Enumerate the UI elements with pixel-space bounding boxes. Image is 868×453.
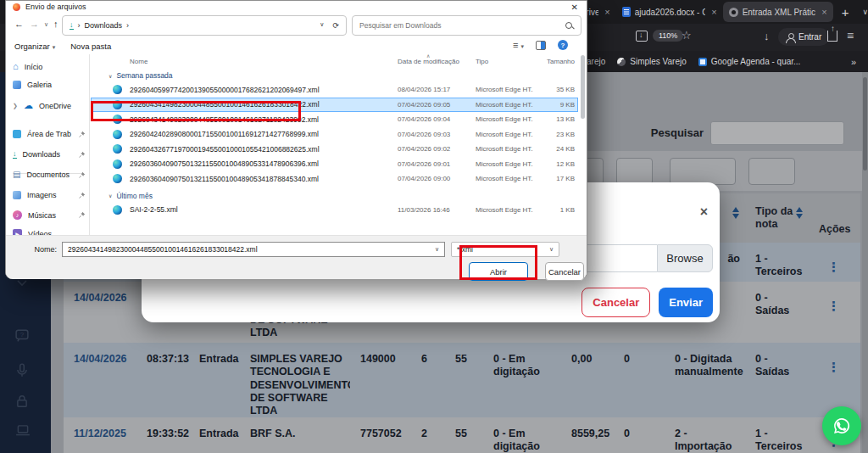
save-page-icon[interactable] [636, 31, 648, 42]
edge-file-icon [113, 144, 122, 154]
tab-close-icon[interactable]: × [711, 7, 716, 17]
column-nome[interactable]: Nome [130, 58, 398, 65]
view-mode-button[interactable]: ≡▾ [513, 40, 524, 50]
google-docs-icon [622, 7, 631, 17]
annotation-selected-file [91, 101, 301, 121]
back-icon[interactable]: ← [14, 19, 24, 29]
file-group-header[interactable]: ∨ Último mês [91, 189, 578, 203]
sidebar-item-area-de-trabalho[interactable]: Área de Trab [13, 130, 86, 138]
sort-ascending-icon: ∧ [426, 54, 430, 59]
bookmark-item-google-agenda[interactable]: Google Agenda - quar... [698, 57, 801, 66]
screen: e Drive × ajuda2026.docx - Goo × Entrada… [0, 0, 868, 453]
forward-icon[interactable]: → [30, 19, 39, 29]
dialog-nav-bar: ← → ∨ ↑ ↓ › Downloads › ∨ ⟳ [6, 14, 587, 37]
tab-entrada-xml[interactable]: Entrada XML Prático N × [723, 2, 833, 22]
sidebar-item-inicio[interactable]: ⌂ Início [13, 62, 86, 71]
share-icon[interactable] [827, 31, 837, 42]
new-tab-button[interactable]: + [842, 5, 849, 20]
tab-label: Entrada XML Prático N [743, 8, 816, 17]
sidebar-item-musicas[interactable]: ♪ Músicas [13, 210, 86, 220]
file-row[interactable]: 2926042402890800017155001001169127142776… [91, 127, 578, 143]
zoom-level-badge[interactable]: 110% [653, 30, 683, 42]
dialog-scrollbar-thumb[interactable] [581, 55, 585, 119]
gallery-icon [13, 81, 21, 89]
file-open-dialog: Envio de arquivos ✕ ← → ∨ ↑ ↓ › Download… [5, 0, 587, 279]
signin-label: Entrar [798, 32, 821, 42]
cancel-button[interactable]: Cancelar [581, 288, 650, 317]
calendar-icon [698, 58, 707, 66]
bookmark-label: arejo [587, 57, 605, 66]
file-row[interactable]: 2926036040907501321155001004890533147890… [91, 157, 578, 172]
file-row[interactable]: 2926043267719700019455001000105542100688… [91, 142, 578, 157]
edge-file-icon [113, 174, 122, 183]
search-icon [565, 21, 574, 31]
sidebar-item-imagens[interactable]: Imagens [13, 191, 86, 199]
onedrive-cloud-icon: ☁ [24, 101, 33, 110]
pin-icon [78, 211, 86, 219]
downloads-folder-icon: ↓ [70, 21, 74, 30]
expand-chevron-icon[interactable]: ❯ [13, 103, 18, 109]
filename-value: 2926043414982300044855001001461626183301… [68, 245, 258, 254]
dialog-close-icon[interactable]: ✕ [571, 3, 578, 12]
refresh-icon[interactable]: ⟳ [332, 21, 339, 30]
address-chevron-icon[interactable]: ∨ [320, 21, 324, 30]
chevron-down-icon: ∨ [435, 246, 439, 253]
help-icon[interactable]: ? [558, 40, 568, 50]
downloads-icon[interactable]: ↓ [764, 30, 770, 42]
pin-icon [78, 171, 86, 179]
dialog-search-box[interactable] [352, 15, 581, 36]
desktop-icon [13, 130, 21, 138]
preview-pane-icon[interactable] [536, 41, 546, 50]
menu-icon[interactable]: ≡ [847, 29, 854, 42]
tab-close-icon[interactable]: × [604, 7, 609, 17]
edge-file-icon [113, 205, 122, 215]
tab-list-chevron-icon[interactable]: ∨ [862, 8, 868, 16]
breadcrumb-segment[interactable]: Downloads [85, 21, 123, 30]
pin-icon [78, 151, 86, 159]
file-list-header: Nome ∧Data de modificação Tipo Tamanho [91, 54, 578, 69]
dialog-cancel-button[interactable]: Cancelar [545, 262, 584, 281]
tab-label: ajuda2026.docx - Goo [635, 8, 706, 17]
new-folder-button[interactable]: Nova pasta [70, 42, 111, 51]
file-row[interactable]: 2926040599774200139055000001768262120206… [91, 82, 578, 98]
bookmarks-overflow-icon[interactable]: » [851, 57, 856, 67]
music-icon: ♪ [13, 210, 22, 220]
breadcrumb[interactable]: ↓ › Downloads › ∨ ⟳ [62, 15, 347, 36]
column-tamanho[interactable]: Tamanho [533, 58, 578, 65]
close-icon[interactable]: × [700, 204, 708, 220]
file-row[interactable]: SAI-2-2-55.xml 11/03/2026 16:46 Microsof… [91, 203, 578, 218]
browse-button[interactable]: Browse [657, 244, 713, 272]
submit-button[interactable]: Enviar [659, 288, 713, 317]
sidebar-item-galeria[interactable]: Galeria [13, 81, 86, 89]
tab-docs[interactable]: ajuda2026.docx - Goo × [616, 2, 723, 22]
whatsapp-fab[interactable] [822, 406, 861, 445]
modal-buttons: Cancelar Enviar [581, 288, 713, 317]
column-data-modificacao[interactable]: ∧Data de modificação [398, 58, 476, 65]
sidebar-item-downloads[interactable]: ↓ Downloads [13, 150, 86, 159]
pin-icon [78, 131, 86, 138]
bookmark-label: Google Agenda - quar... [711, 57, 801, 66]
bookmark-item-simples-varejo[interactable]: Simples Varejo [617, 57, 687, 66]
sidebar-item-documentos[interactable]: ▤ Documentos [13, 171, 86, 179]
collapse-chevron-icon: ∨ [108, 73, 112, 79]
file-row[interactable]: 2926036040907501321155001004890534187884… [91, 171, 578, 187]
bookmark-item[interactable]: arejo [587, 57, 605, 66]
file-group-header[interactable]: ∨ Semana passada [91, 69, 578, 82]
filename-combobox[interactable]: 2926043414982300044855001001461626183301… [62, 242, 445, 257]
signin-button[interactable]: Entrar [778, 28, 829, 46]
up-icon[interactable]: ↑ [53, 19, 58, 29]
tab-close-icon[interactable]: × [821, 7, 826, 17]
organize-button[interactable]: Organizar▾ [14, 42, 55, 51]
breadcrumb-separator: › [126, 21, 129, 30]
bookmark-star-icon[interactable]: ☆ [682, 29, 692, 42]
document-icon: ▤ [13, 171, 20, 179]
history-chevron-icon[interactable]: ∨ [44, 21, 48, 28]
filename-label: Nome: [6, 245, 62, 254]
dialog-sidebar: ⌂ Início Galeria ❯ ☁ OneDrive Área de Tr… [6, 54, 89, 235]
dialog-search-input[interactable] [359, 21, 554, 30]
edge-file-icon [113, 159, 122, 169]
account-icon [786, 33, 794, 42]
sidebar-item-onedrive[interactable]: ❯ ☁ OneDrive [13, 101, 86, 110]
column-tipo[interactable]: Tipo [476, 58, 533, 65]
gear-favicon-icon [729, 8, 738, 17]
